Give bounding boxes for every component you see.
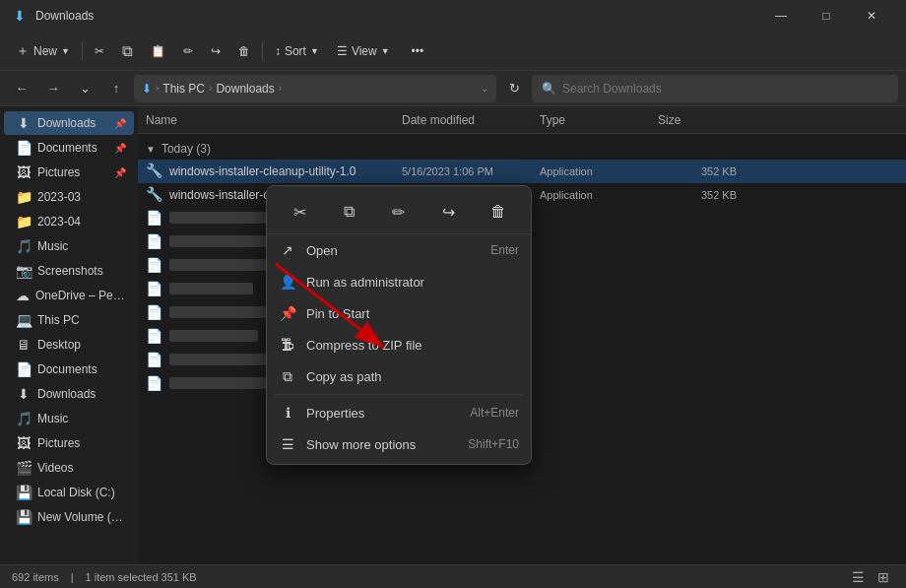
ctx-item-ctx-runas[interactable]: 👤 Run as administrator — [267, 266, 531, 297]
sidebar-label-screenshots: Screenshots — [37, 264, 103, 278]
sidebar-item-documents2[interactable]: 📄Documents — [4, 358, 134, 381]
ctx-item-ctx-pin[interactable]: 📌 Pin to Start — [267, 297, 531, 329]
sidebar-item-downloads-pinned[interactable]: ⬇Downloads📌 — [4, 111, 134, 135]
sidebar-icon-music2: 🎵 — [16, 411, 32, 426]
copy-button[interactable]: ⧉ — [114, 35, 141, 67]
sort-button[interactable]: ↕ Sort ▼ — [267, 35, 327, 67]
sidebar-icon-2023-03: 📁 — [16, 189, 32, 205]
ctx-toolbar-btn-ctx-cut[interactable]: ✂ — [282, 196, 317, 228]
ctx-item-ctx-compress[interactable]: 🗜 Compress to ZIP file — [267, 329, 531, 360]
ctx-item-ctx-open[interactable]: ↗ Open Enter — [267, 234, 531, 266]
grid-view-button[interactable]: ⊞ — [873, 566, 894, 588]
refresh-button[interactable]: ↻ — [500, 75, 528, 102]
ctx-label-ctx-copypath: Copy as path — [306, 369, 519, 384]
col-type-header[interactable]: Type — [540, 113, 658, 127]
sidebar-item-2023-03[interactable]: 📁2023-03 — [4, 185, 134, 209]
sidebar-label-music2: Music — [37, 412, 68, 425]
dropdown-button[interactable]: ⌄ — [71, 75, 98, 102]
sidebar: ⬇Downloads📌📄Documents📌🖼Pictures📌📁2023-03… — [0, 106, 138, 564]
sidebar-label-pictures2: Pictures — [37, 436, 80, 450]
more-button[interactable]: ••• — [404, 35, 432, 67]
selected-count: 1 item selected 351 KB — [86, 571, 197, 583]
col-size-header[interactable]: Size — [658, 113, 737, 127]
back-button[interactable]: ← — [8, 75, 35, 102]
sidebar-item-screenshots[interactable]: 📷Screenshots — [4, 259, 134, 283]
file-icon: 📄 — [146, 210, 163, 228]
ctx-toolbar-btn-ctx-rename[interactable]: ✏ — [381, 196, 417, 228]
sidebar-item-local-disk[interactable]: 💾Local Disk (C:) — [4, 481, 134, 504]
copy-icon: ⧉ — [122, 42, 133, 60]
sidebar-item-pictures-pinned[interactable]: 🖼Pictures📌 — [4, 161, 134, 184]
search-box[interactable]: 🔍 — [532, 75, 898, 102]
sidebar-icon-onedrive: ☁ — [16, 288, 30, 303]
sidebar-item-documents-pinned[interactable]: 📄Documents📌 — [4, 136, 134, 160]
file-size: 352 KB — [658, 189, 737, 201]
col-date-header[interactable]: Date modified — [402, 113, 540, 127]
address-path[interactable]: ⬇ › This PC › Downloads › ⌄ — [134, 75, 496, 102]
ctx-icon-ctx-pin: 📌 — [279, 304, 296, 322]
file-type: Application — [540, 165, 658, 177]
sidebar-label-music: Music — [37, 239, 68, 253]
file-icon: 📄 — [146, 233, 163, 251]
list-view-button[interactable]: ☰ — [847, 566, 869, 588]
up-button[interactable]: ↑ — [102, 75, 130, 102]
new-dropdown-icon: ▼ — [61, 46, 70, 56]
sidebar-item-music[interactable]: 🎵Music — [4, 234, 134, 258]
ctx-item-ctx-properties[interactable]: ℹ Properties Alt+Enter — [267, 397, 531, 428]
minimize-button[interactable]: — — [758, 0, 804, 32]
delete-button[interactable]: 🗑 — [230, 35, 258, 67]
ctx-toolbar-btn-ctx-delete[interactable]: 🗑 — [481, 196, 516, 228]
close-button[interactable]: ✕ — [849, 0, 894, 32]
cut-button[interactable]: ✂ — [87, 35, 112, 67]
sidebar-label-2023-04: 2023-04 — [37, 215, 81, 229]
sort-label: Sort — [285, 44, 306, 58]
sidebar-item-videos[interactable]: 🎬Videos — [4, 456, 134, 480]
more-icon: ••• — [412, 44, 424, 58]
sidebar-label-2023-03: 2023-03 — [37, 190, 81, 204]
item-count: 692 items — [12, 571, 59, 583]
rename-button[interactable]: ✏ — [175, 35, 201, 67]
view-label: View — [352, 44, 377, 58]
sidebar-item-this-pc[interactable]: 💻This PC — [4, 308, 134, 332]
sidebar-item-music2[interactable]: 🎵Music — [4, 407, 134, 430]
ctx-label-ctx-compress: Compress to ZIP file — [306, 338, 519, 353]
toolbar-separator-2 — [262, 41, 263, 61]
ctx-icon-ctx-copypath: ⧉ — [279, 367, 296, 385]
ctx-toolbar-btn-ctx-share[interactable]: ↪ — [430, 196, 466, 228]
share-button[interactable]: ↪ — [203, 35, 228, 67]
sidebar-icon-videos: 🎬 — [16, 460, 32, 476]
new-button[interactable]: ＋ New ▼ — [8, 35, 78, 67]
forward-icon: → — [47, 81, 60, 96]
table-row[interactable]: 🔧 windows-installer-cleanup-utility-1.0 … — [138, 160, 906, 183]
new-icon: ＋ — [16, 42, 30, 60]
path-segment-1: This PC — [162, 82, 205, 96]
pin-icon-downloads-pinned: 📌 — [114, 118, 126, 129]
col-name-header[interactable]: Name — [146, 113, 402, 127]
sidebar-item-downloads2[interactable]: ⬇Downloads — [4, 382, 134, 406]
sidebar-label-videos: Videos — [37, 461, 73, 475]
ctx-item-ctx-more[interactable]: ☰ Show more options Shift+F10 — [267, 428, 531, 460]
sidebar-icon-pictures2: 🖼 — [16, 435, 32, 451]
sidebar-item-new-volume[interactable]: 💾New Volume (D:... — [4, 505, 134, 529]
file-icon: 📄 — [146, 375, 163, 393]
search-input[interactable] — [562, 82, 888, 96]
file-type: Application — [540, 189, 658, 201]
path-icon: ⬇ — [142, 82, 152, 96]
file-icon: 🔧 — [146, 163, 163, 180]
group-header[interactable]: ▼Today (3) — [138, 138, 906, 160]
ctx-toolbar-btn-ctx-copy[interactable]: ⧉ — [332, 196, 367, 228]
sidebar-item-pictures2[interactable]: 🖼Pictures — [4, 431, 134, 455]
forward-button[interactable]: → — [39, 75, 67, 102]
ctx-item-ctx-copypath[interactable]: ⧉ Copy as path — [267, 360, 531, 392]
group-arrow-icon: ▼ — [146, 144, 156, 155]
paste-button[interactable]: 📋 — [143, 35, 173, 67]
sidebar-item-2023-04[interactable]: 📁2023-04 — [4, 210, 134, 233]
maximize-button[interactable]: □ — [804, 0, 849, 32]
title-bar: ⬇ Downloads — □ ✕ — [0, 0, 906, 32]
main-layout: ⬇Downloads📌📄Documents📌🖼Pictures📌📁2023-03… — [0, 106, 906, 564]
view-button[interactable]: ☰ View ▼ — [329, 35, 398, 67]
ctx-icon-ctx-more: ☰ — [279, 435, 296, 453]
sidebar-item-desktop[interactable]: 🖥Desktop — [4, 333, 134, 357]
sort-dropdown-icon: ▼ — [310, 46, 319, 56]
sidebar-item-onedrive[interactable]: ☁OneDrive – Perso... — [4, 284, 134, 307]
